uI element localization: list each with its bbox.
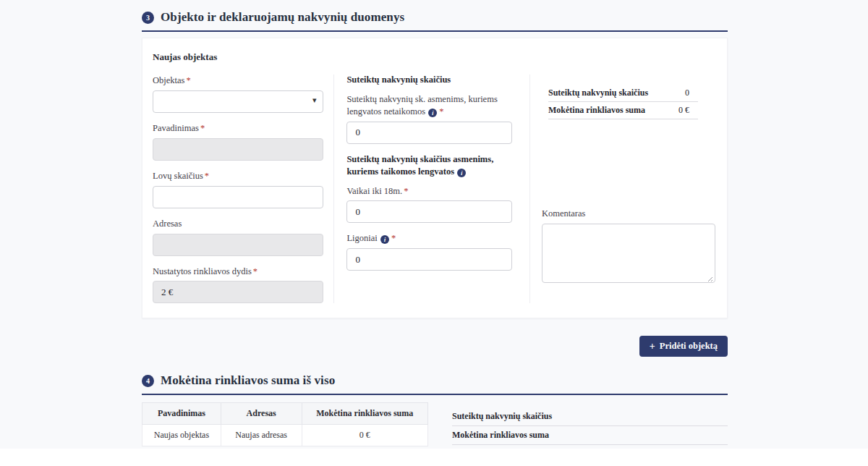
netaikomos-label: Suteiktų nakvynių sk. asmenims, kuriems …: [346, 93, 512, 118]
table-header-row: Pavadinimas Adresas Mokėtina rinkliavos …: [142, 403, 428, 425]
object-summary: Suteiktų nakvynių skaičius 0 Mokėtina ri…: [548, 85, 698, 119]
total-row-amount: Mokėtina rinkliavos suma: [452, 426, 728, 445]
required-mark: *: [439, 106, 443, 116]
vaikai-input[interactable]: [346, 200, 512, 223]
summary-row-nights: Suteiktų nakvynių skaičius 0: [548, 85, 698, 102]
objektas-select[interactable]: [153, 90, 323, 113]
summary-label: Suteiktų nakvynių skaičius: [548, 88, 648, 98]
taikomos-heading: Suteiktų nakvynių skaičius asmenims, kur…: [346, 153, 512, 178]
rinkliavos-dydis-input: [153, 281, 323, 303]
step4-badge: 4: [142, 375, 154, 387]
objects-table-wrap: Pavadinimas Adresas Mokėtina rinkliavos …: [142, 402, 428, 446]
rinkliavos-dydis-label: Nustatytos rinkliavos dydis*: [153, 266, 323, 278]
komentaras-field: Komentaras: [542, 208, 715, 286]
section3-header: 3 Objekto ir deklaruojamų nakvynių duome…: [142, 10, 728, 32]
column-object-details: Objektas* ▾ Pavadinimas* Lovų skaičius*: [153, 75, 334, 303]
ligoniai-label: Ligoniai i*: [346, 232, 512, 245]
required-mark: *: [253, 266, 258, 276]
taikomos-heading-text: Suteiktų nakvynių skaičius asmenims, kur…: [346, 154, 493, 177]
summary-value: 0 €: [678, 105, 698, 116]
summary-row-amount: Mokėtina rinkliavos suma 0 €: [548, 102, 698, 119]
lovu-skaicius-label-text: Lovų skaičius: [153, 171, 203, 181]
lovu-skaicius-label: Lovų skaičius*: [153, 170, 323, 182]
objektas-label-text: Objektas: [153, 75, 184, 85]
column-summary: Suteiktų nakvynių skaičius 0 Mokėtina ri…: [530, 75, 715, 303]
total-label: Mokėtina rinkliavos suma: [452, 430, 549, 441]
required-mark: *: [391, 233, 396, 243]
komentaras-textarea[interactable]: [542, 224, 715, 283]
object-form-card: Naujas objektas Objektas* ▾ Pavadinimas*: [142, 38, 728, 318]
total-label: Suteiktų nakvynių skaičius: [452, 411, 552, 422]
cell-suma: 0 €: [302, 425, 427, 446]
required-mark: *: [186, 75, 190, 85]
total-row-nights: Suteiktų nakvynių skaičius: [452, 407, 728, 426]
adresas-input: [153, 234, 323, 256]
cell-pavadinimas: Naujas objektas: [142, 425, 221, 446]
section4-header: 4 Mokėtina rinkliavos suma iš viso: [142, 373, 728, 395]
netaikomos-label-text: Suteiktų nakvynių sk. asmenims, kuriems …: [346, 94, 497, 116]
vaikai-label: Vaikai iki 18m.*: [346, 185, 512, 198]
vaikai-label-text: Vaikai iki 18m.: [346, 186, 402, 196]
info-icon[interactable]: i: [457, 169, 466, 177]
summary-value: 0: [685, 88, 698, 98]
required-mark: *: [404, 186, 408, 196]
pavadinimas-label-text: Pavadinimas: [153, 123, 199, 133]
table-row: Naujas objektas Naujas adresas 0 €: [142, 425, 428, 446]
required-mark: *: [205, 171, 209, 181]
section4-title: Mokėtina rinkliavos suma iš viso: [161, 373, 335, 388]
plus-icon: +: [650, 342, 655, 352]
summary-label: Mokėtina rinkliavos suma: [548, 105, 645, 116]
cell-adresas: Naujas adresas: [221, 425, 302, 446]
objects-table: Pavadinimas Adresas Mokėtina rinkliavos …: [142, 402, 428, 446]
column-nights: Suteiktų nakvynių skaičius Suteiktų nakv…: [334, 75, 530, 303]
main-content: 3 Objekto ir deklaruojamų nakvynių duome…: [142, 0, 728, 449]
info-icon[interactable]: i: [428, 109, 437, 117]
section3-title: Objekto ir deklaruojamų nakvynių duomeny…: [161, 10, 404, 25]
rinkliavos-dydis-label-text: Nustatytos rinkliavos dydis: [153, 266, 252, 276]
info-icon[interactable]: i: [380, 235, 389, 244]
pavadinimas-label: Pavadinimas*: [153, 122, 323, 135]
step3-badge: 3: [142, 12, 154, 24]
komentaras-label: Komentaras: [542, 208, 715, 220]
totals-summary: Suteiktų nakvynių skaičius Mokėtina rink…: [452, 402, 728, 446]
nights-heading: Suteiktų nakvynių skaičius: [346, 75, 512, 85]
objektas-label: Objektas*: [153, 75, 323, 87]
netaikomos-input[interactable]: [346, 122, 512, 144]
add-object-button[interactable]: + Pridėti objektą: [639, 336, 728, 357]
ligoniai-label-text: Ligoniai: [346, 233, 377, 243]
ligoniai-input[interactable]: [346, 248, 512, 271]
required-mark: *: [200, 123, 205, 133]
lovu-skaicius-input[interactable]: [153, 186, 323, 208]
pavadinimas-input: [153, 138, 323, 161]
page-background: 3 Objekto ir deklaruojamų nakvynių duome…: [0, 0, 868, 449]
add-object-button-label: Pridėti objektą: [660, 341, 718, 352]
col-header-pavadinimas: Pavadinimas: [142, 403, 221, 425]
card-heading: Naujas objektas: [153, 51, 715, 63]
col-header-suma: Mokėtina rinkliavos suma: [302, 403, 427, 425]
col-header-adresas: Adresas: [221, 403, 302, 425]
adresas-label: Adresas: [153, 218, 323, 230]
